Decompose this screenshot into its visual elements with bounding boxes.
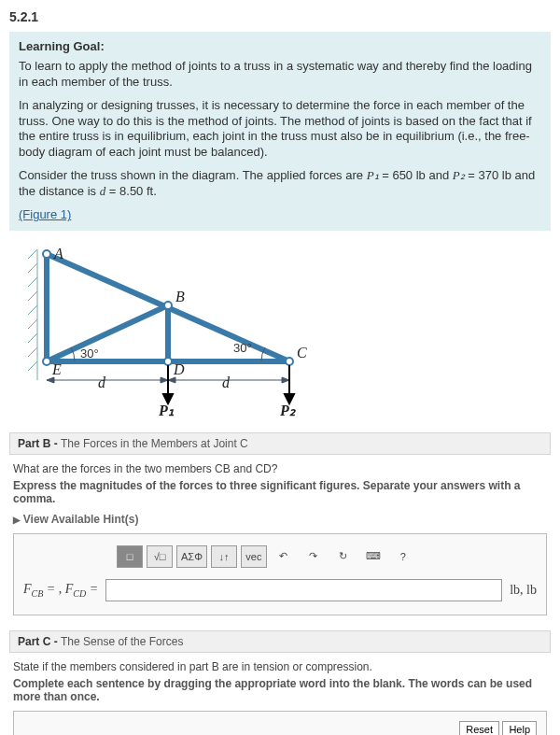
learning-goal-text2: In analyzing or designing trusses, it is… bbox=[19, 98, 541, 162]
p1-symbol: P₁ bbox=[367, 168, 379, 182]
learning-goal-box: Learning Goal: To learn to apply the met… bbox=[9, 32, 551, 231]
goal-t3-pre: Consider the truss shown in the diagram.… bbox=[19, 168, 367, 182]
label-A: A bbox=[53, 246, 63, 261]
svg-line-8 bbox=[28, 347, 37, 357]
svg-line-3 bbox=[28, 277, 37, 287]
p2-symbol: P₂ bbox=[453, 168, 465, 182]
part-c-body: State if the members considered in part … bbox=[9, 653, 551, 735]
part-b-body: What are the forces in the two members C… bbox=[9, 455, 551, 619]
p2-value: = 370 lb bbox=[465, 168, 511, 182]
svg-point-17 bbox=[164, 302, 172, 309]
part-c-bold: Part C - bbox=[18, 635, 61, 648]
part-b-bold: Part B - bbox=[18, 437, 61, 450]
svg-marker-22 bbox=[47, 377, 54, 383]
help-button[interactable]: Help bbox=[502, 721, 537, 735]
svg-point-15 bbox=[43, 250, 50, 258]
goal-period: . bbox=[153, 184, 157, 198]
goal-and: and bbox=[428, 168, 452, 182]
reset-button[interactable]: Reset bbox=[459, 721, 499, 735]
part-c-header: Part C - The Sense of the Forces bbox=[9, 630, 551, 653]
drag-drop-box: Reset Help tension compression Member CB… bbox=[13, 711, 547, 735]
answer-lhs-label: FCB = , FCD = bbox=[23, 582, 98, 599]
section-number: 5.2.1 bbox=[9, 9, 551, 24]
part-b-title: The Forces in the Members at Joint C bbox=[61, 437, 248, 450]
part-b-question: What are the forces in the two members C… bbox=[13, 462, 547, 475]
svg-line-9 bbox=[28, 361, 37, 371]
angle-30-right: 30° bbox=[233, 341, 252, 355]
svg-line-2 bbox=[28, 263, 37, 273]
angle-30-left: 30° bbox=[80, 346, 99, 360]
view-hints-link[interactable]: View Available Hint(s) bbox=[13, 513, 547, 526]
tool-subsup-button[interactable]: ↓↑ bbox=[211, 545, 237, 568]
learning-goal-heading: Learning Goal: bbox=[19, 39, 541, 55]
label-B: B bbox=[175, 289, 185, 304]
reset-icon[interactable]: ↻ bbox=[330, 545, 357, 568]
svg-marker-24 bbox=[168, 377, 175, 383]
label-P2: P₂ bbox=[279, 403, 297, 417]
learning-goal-text1: To learn to apply the method of joints t… bbox=[19, 59, 541, 91]
svg-line-1 bbox=[28, 249, 37, 259]
redo-icon[interactable]: ↷ bbox=[301, 545, 327, 568]
label-d1: d bbox=[98, 375, 106, 390]
part-c-instruction: Complete each sentence by dragging the a… bbox=[13, 677, 547, 703]
figure-link[interactable]: (Figure 1) bbox=[19, 207, 71, 221]
part-b-header: Part B - The Forces in the Members at Jo… bbox=[9, 432, 551, 455]
truss-figure: A B C D E d d P₁ P₂ 30° 30° bbox=[9, 240, 551, 417]
svg-point-19 bbox=[286, 358, 293, 365]
p1-value: = 650 lb bbox=[379, 168, 426, 182]
svg-point-16 bbox=[43, 358, 50, 365]
answer-row: FCB = , FCD = lb, lb bbox=[23, 579, 537, 601]
label-E: E bbox=[51, 361, 62, 377]
svg-point-18 bbox=[164, 358, 172, 365]
keyboard-icon[interactable]: ⌨ bbox=[360, 545, 386, 568]
svg-line-13 bbox=[47, 305, 168, 361]
label-D: D bbox=[173, 361, 185, 377]
part-b-instruction: Express the magnitudes of the forces to … bbox=[13, 479, 547, 505]
learning-goal-text3: Consider the truss shown in the diagram.… bbox=[19, 168, 541, 200]
equation-toolbar: □ √□ ΑΣΦ ↓↑ vec ↶ ↷ ↻ ⌨ ? bbox=[117, 545, 537, 568]
tool-root-icon[interactable]: √□ bbox=[147, 545, 173, 568]
part-c-line1: State if the members considered in part … bbox=[13, 660, 547, 673]
label-d2: d bbox=[222, 375, 231, 390]
svg-marker-25 bbox=[282, 377, 289, 383]
svg-line-6 bbox=[28, 319, 37, 329]
tool-square-icon[interactable]: □ bbox=[117, 545, 143, 568]
svg-line-4 bbox=[28, 291, 37, 301]
label-C: C bbox=[297, 345, 307, 360]
svg-line-7 bbox=[28, 333, 37, 343]
d-value: = 8.50 ft bbox=[105, 184, 153, 198]
tool-vec-button[interactable]: vec bbox=[241, 545, 267, 568]
help-icon[interactable]: ? bbox=[390, 545, 416, 568]
undo-icon[interactable]: ↶ bbox=[271, 545, 297, 568]
label-P1: P₁ bbox=[158, 403, 175, 417]
answer-input[interactable] bbox=[105, 579, 502, 601]
answer-units: lb, lb bbox=[510, 583, 537, 598]
answer-box: □ √□ ΑΣΦ ↓↑ vec ↶ ↷ ↻ ⌨ ? FCB = , FCD = … bbox=[13, 533, 547, 615]
part-c-title: The Sense of the Forces bbox=[61, 635, 183, 648]
tool-greek-button[interactable]: ΑΣΦ bbox=[176, 545, 207, 568]
svg-line-5 bbox=[28, 305, 37, 315]
